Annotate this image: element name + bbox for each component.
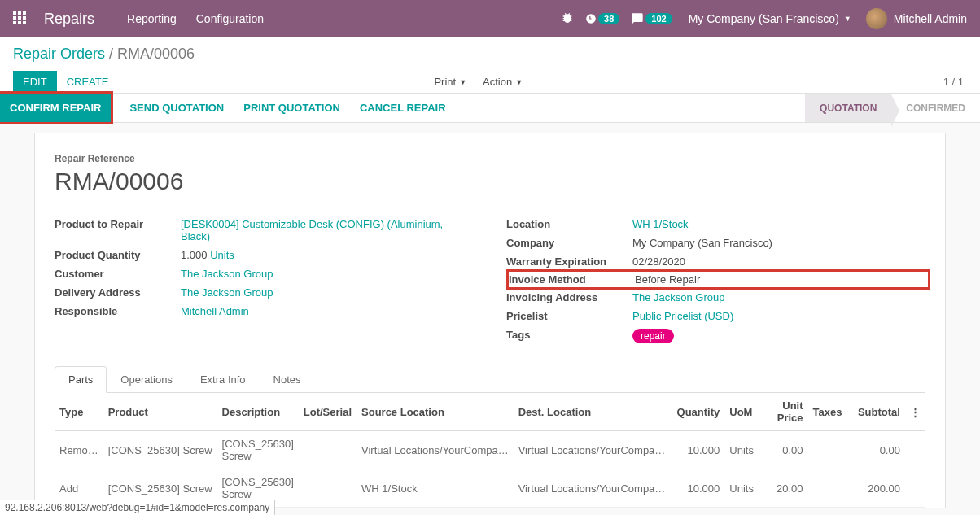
label-tags: Tags <box>506 329 632 341</box>
confirm-repair-button[interactable]: CONFIRM REPAIR <box>0 91 113 124</box>
activity-icon[interactable]: 38 <box>585 13 619 24</box>
app-title: Repairs <box>44 11 94 28</box>
parts-table: Type Product Description Lot/Serial Sour… <box>55 393 925 508</box>
browser-statusbar: 92.168.2.206:8013/web?debug=1#id=1&model… <box>0 500 275 508</box>
th-description[interactable]: Description <box>217 393 299 431</box>
label-location: Location <box>506 218 632 230</box>
label-pricelist: Pricelist <box>506 310 632 322</box>
breadcrumb-root[interactable]: Repair Orders <box>13 46 105 62</box>
th-taxes[interactable]: Taxes <box>808 393 850 431</box>
label-invoicing-address: Invoicing Address <box>506 291 632 303</box>
send-quotation-button[interactable]: SEND QUOTATION <box>120 94 234 122</box>
tab-extra-info[interactable]: Extra Info <box>186 366 260 392</box>
label-responsible: Responsible <box>55 305 181 317</box>
th-product[interactable]: Product <box>103 393 217 431</box>
label-product-quantity: Product Quantity <box>55 249 181 261</box>
form-sheet: Repair Reference RMA/00006 Product to Re… <box>34 133 946 508</box>
apps-icon[interactable] <box>13 11 28 26</box>
value-warranty: 02/28/2020 <box>632 255 925 268</box>
pager[interactable]: 1 / 1 <box>943 76 967 88</box>
value-invoice-method: Before Repair <box>635 273 923 286</box>
label-product-to-repair: Product to Repair <box>55 218 181 230</box>
chevron-down-icon: ▼ <box>459 78 466 86</box>
th-options-icon[interactable]: ⋮ <box>905 393 925 431</box>
value-invoicing-address[interactable]: The Jackson Group <box>632 291 925 303</box>
th-subtotal[interactable]: Subtotal <box>849 393 905 431</box>
value-customer[interactable]: The Jackson Group <box>181 268 474 280</box>
systray: 38 102 <box>561 11 672 27</box>
th-dest[interactable]: Dest. Location <box>514 393 671 431</box>
cancel-repair-button[interactable]: CANCEL REPAIR <box>350 94 456 122</box>
value-company: My Company (San Francisco) <box>632 237 925 249</box>
left-column: Product to Repair[DESK0004] Customizable… <box>55 215 474 347</box>
avatar <box>866 8 887 29</box>
th-source[interactable]: Source Location <box>357 393 514 431</box>
chevron-down-icon: ▼ <box>515 78 523 86</box>
user-name: Mitchell Admin <box>894 12 967 25</box>
invoice-method-row: Invoice MethodBefore Repair <box>506 269 930 290</box>
value-pricelist[interactable]: Public Pricelist (USD) <box>632 310 925 322</box>
th-lot[interactable]: Lot/Serial <box>299 393 357 431</box>
label-warranty: Warranty Expiration <box>506 255 632 268</box>
right-column: LocationWH 1/Stock CompanyMy Company (Sa… <box>506 215 925 347</box>
tab-operations[interactable]: Operations <box>107 366 186 392</box>
tab-parts[interactable]: Parts <box>55 366 107 393</box>
tag-repair[interactable]: repair <box>632 329 674 343</box>
chevron-down-icon: ▼ <box>844 15 851 23</box>
debug-icon[interactable] <box>561 11 574 27</box>
value-delivery-address[interactable]: The Jackson Group <box>181 286 474 299</box>
stage-confirmed[interactable]: CONFIRMED <box>891 94 980 122</box>
print-dropdown[interactable]: Print▼ <box>427 71 473 93</box>
label-customer: Customer <box>55 268 181 280</box>
label-company: Company <box>506 237 632 249</box>
table-row[interactable]: Remo… [CONS_25630] Screw [CONS_25630] Sc… <box>55 431 925 469</box>
value-location[interactable]: WH 1/Stock <box>632 218 925 230</box>
label-delivery-address: Delivery Address <box>55 286 181 299</box>
value-responsible[interactable]: Mitchell Admin <box>181 305 474 317</box>
th-unit-price[interactable]: Unit Price <box>761 393 807 431</box>
reference-value: RMA/00006 <box>55 168 925 195</box>
user-menu[interactable]: Mitchell Admin <box>866 8 967 29</box>
tab-notes[interactable]: Notes <box>260 366 315 392</box>
label-invoice-method: Invoice Method <box>509 273 635 286</box>
value-product-quantity: 1.000 Units <box>181 249 474 261</box>
th-type[interactable]: Type <box>55 393 103 431</box>
topbar: Repairs Reporting Configuration 38 102 M… <box>0 0 980 37</box>
value-tags: repair <box>632 329 925 343</box>
activity-badge: 38 <box>598 13 619 24</box>
uom-link[interactable]: Units <box>210 249 234 261</box>
value-product-to-repair[interactable]: [DESK0004] Customizable Desk (CONFIG) (A… <box>181 218 474 242</box>
action-dropdown[interactable]: Action▼ <box>476 71 529 93</box>
stage-quotation[interactable]: QUOTATION <box>805 94 891 122</box>
control-panel: Repair Orders / RMA/00006 EDIT CREATE Pr… <box>0 37 980 93</box>
statusbar: CONFIRM REPAIR SEND QUOTATION PRINT QUOT… <box>0 93 980 123</box>
th-quantity[interactable]: Quantity <box>670 393 724 431</box>
messaging-icon[interactable]: 102 <box>631 12 672 25</box>
messaging-badge: 102 <box>645 13 672 24</box>
nav-configuration[interactable]: Configuration <box>196 12 264 25</box>
tabs: Parts Operations Extra Info Notes <box>55 366 925 393</box>
edit-button[interactable]: EDIT <box>13 71 57 93</box>
breadcrumb: Repair Orders / RMA/00006 <box>13 46 967 63</box>
breadcrumb-current: RMA/00006 <box>117 46 195 62</box>
company-selector[interactable]: My Company (San Francisco)▼ <box>689 12 851 25</box>
reference-label: Repair Reference <box>55 153 925 164</box>
th-uom[interactable]: UoM <box>724 393 761 431</box>
print-quotation-button[interactable]: PRINT QUOTATION <box>234 94 350 122</box>
nav-reporting[interactable]: Reporting <box>127 12 177 25</box>
create-button[interactable]: CREATE <box>57 71 119 93</box>
